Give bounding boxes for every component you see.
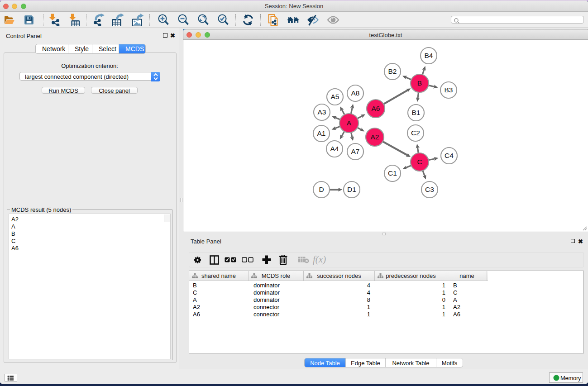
svg-text:B4: B4 [425, 52, 433, 59]
svg-text:B2: B2 [388, 67, 397, 75]
svg-text:B: B [417, 79, 422, 87]
svg-text:A3: A3 [318, 108, 326, 116]
svg-text:C: C [417, 158, 422, 166]
svg-text:A: A [347, 119, 352, 127]
svg-text:A1: A1 [317, 129, 326, 137]
svg-text:B3: B3 [445, 86, 453, 94]
svg-text:A6: A6 [372, 105, 380, 112]
svg-text:A2: A2 [371, 133, 379, 141]
svg-text:D1: D1 [347, 186, 356, 193]
svg-text:A5: A5 [331, 93, 339, 100]
svg-text:A4: A4 [330, 145, 339, 152]
svg-text:D: D [319, 186, 324, 193]
svg-text:C1: C1 [388, 169, 397, 177]
svg-text:A7: A7 [351, 148, 360, 155]
svg-text:A8: A8 [351, 89, 360, 97]
svg-text:B1: B1 [412, 109, 421, 116]
svg-text:C4: C4 [445, 152, 454, 159]
svg-text:C3: C3 [425, 186, 434, 193]
svg-text:C2: C2 [411, 129, 420, 137]
